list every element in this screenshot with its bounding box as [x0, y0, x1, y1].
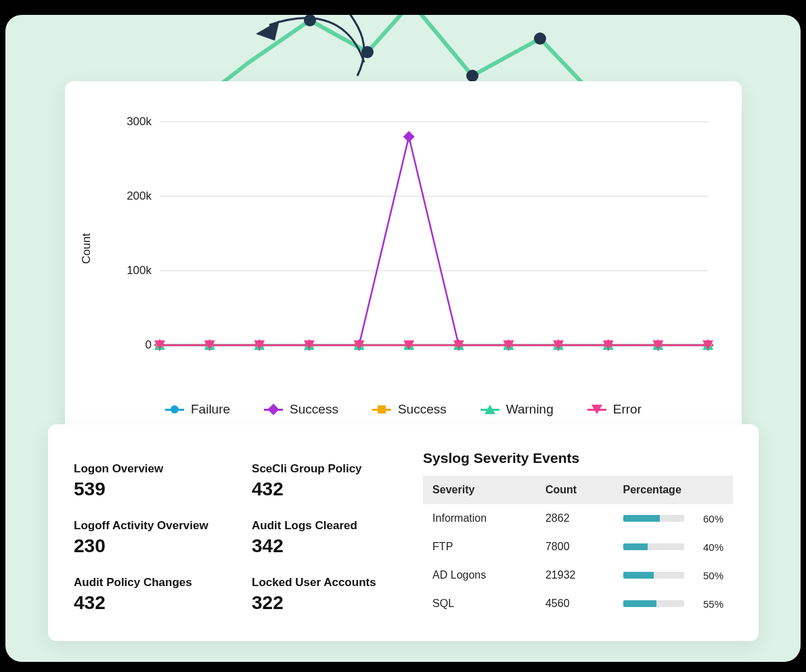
chart-ylabel: Count [80, 233, 93, 264]
percentage-text: 55% [694, 598, 723, 610]
legend-label: Success [290, 402, 338, 417]
line-chart [92, 115, 715, 365]
stat-label: SceCli Group Policy [252, 462, 416, 476]
stat-block: Audit Policy Changes 432 [74, 576, 238, 614]
severity-title: Syslog Severity Events [423, 450, 733, 466]
stat-label: Audit Policy Changes [74, 576, 238, 589]
legend-item[interactable]: Success [372, 402, 447, 417]
severity-col-count: Count [536, 476, 614, 504]
severity-col-severity: Severity [423, 476, 536, 504]
percentage-text: 60% [694, 513, 723, 524]
table-row: AD Logons 21932 50% [423, 561, 733, 589]
severity-cell-pct: 50% [614, 561, 733, 589]
severity-cell-name: Information [423, 504, 536, 533]
stats-card: Logon Overview 539SceCli Group Policy 43… [48, 424, 759, 641]
percentage-bar [623, 515, 684, 522]
table-row: FTP 7800 40% [423, 533, 733, 561]
stat-block: SceCli Group Policy 432 [252, 462, 416, 500]
svg-rect-39 [403, 131, 415, 143]
background-panel: Count 0100k200k300k Failure Success Succ… [5, 15, 801, 662]
severity-cell-count: 7800 [536, 533, 614, 561]
legend-label: Warning [506, 402, 554, 417]
stat-block: Locked User Accounts 322 [252, 576, 416, 614]
legend-item[interactable]: Error [587, 402, 642, 417]
legend-label: Failure [191, 402, 230, 417]
svg-point-3 [466, 70, 478, 82]
percentage-bar [623, 600, 684, 607]
percentage-bar [623, 543, 684, 550]
legend-marker-icon [165, 403, 184, 416]
severity-cell-count: 21932 [536, 561, 614, 589]
severity-cell-pct: 55% [614, 589, 733, 618]
ytick-label: 300k [111, 115, 152, 129]
severity-cell-name: FTP [423, 533, 536, 561]
legend-item[interactable]: Success [264, 402, 338, 417]
table-row: SQL 4560 55% [423, 589, 733, 618]
stat-value: 342 [252, 535, 416, 557]
stat-label: Logoff Activity Overview [74, 519, 238, 533]
severity-table: Severity Count Percentage Information 28… [423, 476, 733, 618]
percentage-bar [623, 572, 684, 579]
stat-block: Logoff Activity Overview 230 [74, 519, 238, 557]
chart-plot: Count 0100k200k300k [92, 115, 715, 365]
legend-marker-icon [587, 403, 606, 416]
legend-marker-icon [480, 403, 499, 416]
stats-grid: Logon Overview 539SceCli Group Policy 43… [74, 450, 416, 615]
chart-card: Count 0100k200k300k Failure Success Succ… [65, 81, 742, 433]
ytick-label: 0 [111, 338, 152, 352]
ytick-label: 200k [111, 189, 152, 203]
stat-value: 322 [252, 592, 416, 614]
svg-point-4 [534, 32, 546, 45]
severity-cell-pct: 40% [614, 533, 733, 561]
stat-label: Locked User Accounts [252, 576, 416, 589]
severity-panel: Syslog Severity Events Severity Count Pe… [423, 450, 733, 615]
severity-cell-count: 4560 [536, 589, 614, 618]
severity-cell-name: SQL [423, 589, 536, 618]
stat-value: 432 [74, 592, 238, 614]
legend-item[interactable]: Warning [480, 402, 554, 417]
chart-legend: Failure Success Success Warning Error [65, 402, 742, 417]
legend-label: Error [613, 402, 642, 417]
legend-marker-icon [264, 403, 283, 416]
severity-cell-name: AD Logons [423, 561, 536, 589]
stat-block: Audit Logs Cleared 342 [252, 519, 416, 557]
svg-marker-5 [256, 20, 279, 41]
stat-block: Logon Overview 539 [74, 462, 238, 500]
stat-label: Logon Overview [74, 462, 238, 476]
legend-marker-icon [372, 403, 391, 416]
stat-value: 230 [74, 535, 238, 557]
legend-item[interactable]: Failure [165, 402, 230, 417]
severity-col-percentage: Percentage [614, 476, 733, 504]
stat-value: 432 [252, 478, 416, 500]
table-row: Information 2862 60% [423, 504, 733, 533]
percentage-text: 40% [694, 541, 723, 553]
legend-label: Success [398, 402, 447, 417]
stat-label: Audit Logs Cleared [252, 519, 416, 533]
severity-cell-count: 2862 [536, 504, 614, 533]
stat-value: 539 [74, 478, 238, 500]
ytick-label: 100k [111, 264, 152, 277]
severity-cell-pct: 60% [614, 504, 733, 533]
percentage-text: 50% [694, 570, 723, 581]
